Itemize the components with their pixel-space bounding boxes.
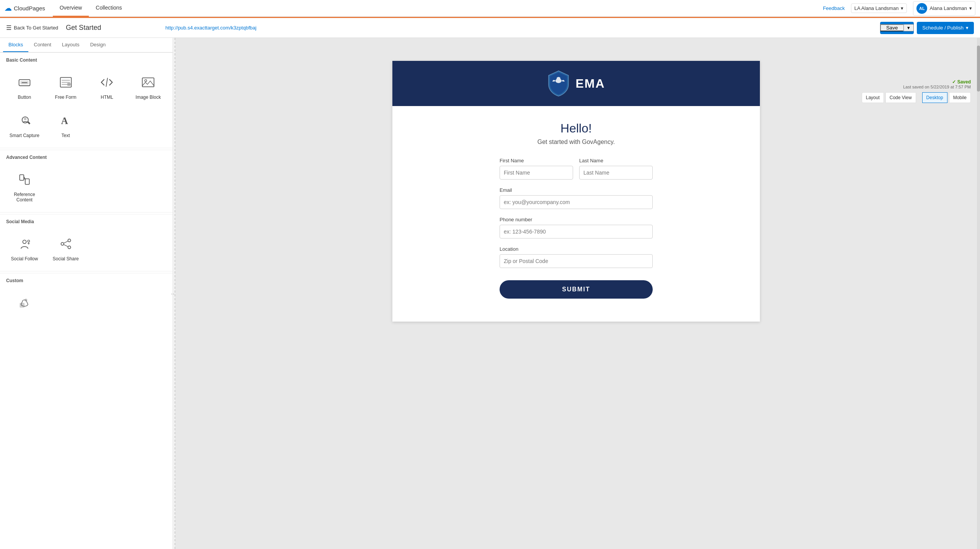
main-layout: Blocks Content Layouts Design Basic Cont…	[0, 38, 980, 549]
saved-status: ✓ Saved Last saved on 5/22/2019 at 7:57 …	[903, 79, 971, 89]
svg-point-20	[68, 239, 70, 242]
schedule-label: Schedule / Publish	[922, 25, 964, 31]
image-block-icon	[139, 73, 157, 92]
svg-point-12	[24, 118, 26, 120]
view-controls: Layout Code View Desktop Mobile	[862, 92, 971, 103]
mobile-view-button[interactable]: Mobile	[949, 92, 971, 103]
html-block-label: HTML	[101, 95, 113, 100]
schedule-arrow-icon: ▾	[966, 25, 969, 31]
svg-rect-7	[67, 83, 70, 86]
name-row: First Name Last Name	[500, 158, 653, 180]
layout-view-button[interactable]: Layout	[862, 92, 884, 103]
sidebar-tab-content[interactable]: Content	[28, 38, 57, 52]
sidebar: Blocks Content Layouts Design Basic Cont…	[0, 38, 173, 549]
nav-right: Feedback LA Alana Landsman ▾ AL Alana La…	[823, 1, 975, 16]
nav-tab-overview[interactable]: Overview	[53, 0, 89, 17]
page-url-link[interactable]: http://pub.s4.exacttarget.com/k3zptqbfba…	[165, 25, 256, 31]
save-button-group: Save ▾	[880, 22, 914, 34]
free-form-icon	[57, 73, 75, 92]
form-subtitle: Get started with GovAgency.	[537, 139, 615, 145]
last-name-label: Last Name	[579, 158, 653, 163]
email-input[interactable]	[500, 195, 653, 209]
svg-point-21	[61, 242, 64, 245]
nav-tabs: Overview Collections	[53, 0, 129, 17]
last-name-group: Last Name	[579, 158, 653, 180]
top-nav: ☁ CloudPages Overview Collections Feedba…	[0, 0, 980, 17]
block-free-form[interactable]: Free Form	[46, 68, 86, 105]
block-text[interactable]: A Text	[46, 106, 86, 143]
phone-label: Phone number	[500, 217, 653, 222]
phone-input[interactable]	[500, 225, 653, 239]
phone-group: Phone number	[500, 217, 653, 239]
sidebar-tab-blocks[interactable]: Blocks	[3, 38, 28, 52]
user-name: Alana Landsman	[929, 5, 967, 11]
last-name-input[interactable]	[579, 166, 653, 180]
saved-check-icon: ✓	[952, 79, 956, 85]
svg-rect-9	[142, 78, 154, 87]
divider-2	[0, 212, 173, 212]
svg-point-10	[145, 80, 147, 82]
page-canvas: EMA Hello! Get started with GovAgency. F…	[392, 61, 760, 322]
scrollbar-thumb	[977, 46, 980, 92]
sidebar-tab-design[interactable]: Design	[85, 38, 111, 52]
location-label: Location	[500, 246, 653, 252]
save-dropdown-button[interactable]: ▾	[903, 24, 914, 31]
first-name-group: First Name	[500, 158, 573, 180]
basic-content-header: Basic Content	[0, 52, 173, 65]
feedback-link[interactable]: Feedback	[823, 5, 845, 11]
first-name-input[interactable]	[500, 166, 573, 180]
svg-rect-14	[20, 175, 24, 180]
social-media-grid: Social Follow Social Share	[0, 227, 173, 270]
location-input[interactable]	[500, 254, 653, 268]
block-smart-capture[interactable]: Smart Capture	[5, 106, 44, 143]
block-custom-1[interactable]	[5, 289, 44, 320]
block-html[interactable]: HTML	[87, 68, 127, 105]
sidebar-tab-layouts[interactable]: Layouts	[57, 38, 85, 52]
user-chevron-icon: ▾	[969, 5, 972, 11]
submit-button[interactable]: SUBMIT	[500, 280, 653, 299]
account-chevron-icon: ▾	[901, 5, 903, 11]
canvas-area: ✓ Saved Last saved on 5/22/2019 at 7:57 …	[175, 38, 977, 549]
svg-rect-15	[25, 179, 29, 184]
code-view-button[interactable]: Code View	[885, 92, 916, 103]
app-name: CloudPages	[14, 5, 45, 11]
back-arrow-icon: ☰	[6, 24, 11, 31]
button-block-label: Button	[18, 95, 31, 100]
form-section: Hello! Get started with GovAgency. First…	[392, 106, 760, 322]
custom-header: Custom	[0, 273, 173, 286]
image-block-label: Image Block	[136, 95, 161, 100]
back-button[interactable]: ☰ Back To Get Started	[6, 24, 58, 31]
block-image[interactable]: Image Block	[128, 68, 168, 105]
advanced-content-grid: Reference Content	[0, 162, 173, 211]
user-dropdown[interactable]: AL Alana Landsman ▾	[913, 1, 975, 16]
ema-shield-icon	[547, 70, 570, 97]
svg-point-17	[28, 240, 29, 242]
avatar: AL	[916, 3, 927, 14]
save-dropdown-arrow-icon: ▾	[907, 25, 910, 31]
free-form-block-label: Free Form	[55, 95, 77, 100]
salesforce-cloud-icon: ☁	[5, 4, 11, 13]
page-title-input[interactable]	[63, 22, 158, 33]
right-scrollbar[interactable]	[977, 38, 980, 549]
block-button[interactable]: Button	[5, 68, 44, 105]
account-dropdown[interactable]: LA Alana Landsman ▾	[851, 3, 907, 13]
nav-tab-collections[interactable]: Collections	[89, 0, 129, 17]
sidebar-tabs: Blocks Content Layouts Design	[0, 38, 173, 52]
custom-grid	[0, 286, 173, 323]
email-group: Email	[500, 187, 653, 209]
svg-point-22	[68, 246, 70, 248]
block-reference-content[interactable]: Reference Content	[5, 165, 44, 208]
basic-content-grid: Button Free Form	[0, 65, 173, 146]
back-label: Back To Get Started	[14, 25, 58, 31]
save-button[interactable]: Save	[880, 24, 903, 31]
block-social-follow[interactable]: Social Follow	[5, 230, 44, 266]
toolbar: ☰ Back To Get Started http://pub.s4.exac…	[0, 18, 980, 38]
social-follow-label: Social Follow	[11, 256, 38, 261]
desktop-view-button[interactable]: Desktop	[922, 92, 947, 103]
schedule-publish-button[interactable]: Schedule / Publish ▾	[917, 22, 974, 34]
svg-point-28	[557, 77, 560, 80]
block-social-share[interactable]: Social Share	[46, 230, 86, 266]
location-group: Location	[500, 246, 653, 268]
svg-text:A: A	[61, 116, 68, 126]
saved-label: ✓ Saved	[903, 79, 971, 85]
